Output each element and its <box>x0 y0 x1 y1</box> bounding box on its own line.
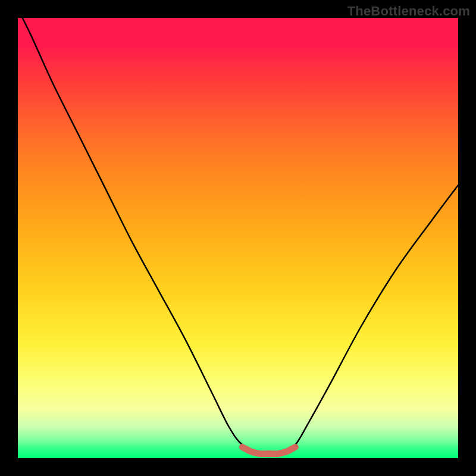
chart-frame: TheBottleneck.com <box>0 0 476 476</box>
watermark-text: TheBottleneck.com <box>347 4 470 19</box>
plot-area <box>18 18 458 458</box>
optimal-range-highlight-path <box>242 447 295 454</box>
curve-svg <box>18 18 458 458</box>
bottleneck-curve-path <box>18 9 458 455</box>
